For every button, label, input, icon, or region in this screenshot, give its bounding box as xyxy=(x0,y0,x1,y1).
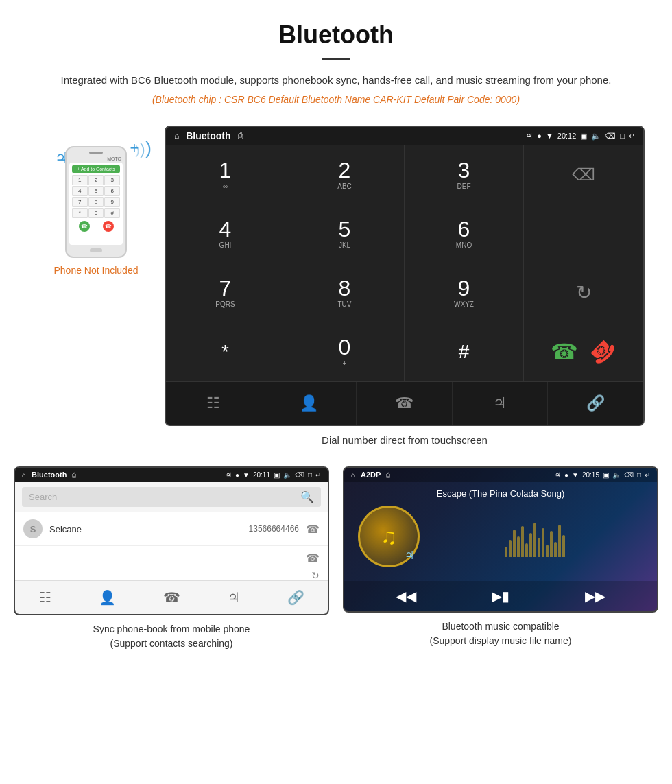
pb-search-icon[interactable]: 🔍 xyxy=(300,490,314,503)
music-x-icon: ⌫ xyxy=(624,471,634,479)
music-title: A2DP xyxy=(361,471,381,479)
pb-tool-link[interactable]: 🔗 xyxy=(287,589,304,606)
bt-signal-icon: ) ) ) + xyxy=(135,139,151,157)
home-icon: ⌂ xyxy=(174,131,179,141)
pb-phone-icon: ☎ xyxy=(306,551,320,565)
phonebook-caption-line2: (Support contacts searching) xyxy=(110,638,233,649)
pb-contact-name: Seicane xyxy=(49,524,249,534)
dial-grid: 1∞ 2ABC 3DEF ⌫ 4GHI 5JKL xyxy=(166,145,643,381)
usb-icon: ⎙ xyxy=(238,131,243,141)
music-wifi-icon: ▼ xyxy=(572,471,579,479)
music-screen: ⌂ A2DP ⎙ ♃ ● ▼ 20:15 ▣ 🔈 ⌫ □ ↵ Escape ( xyxy=(343,466,658,613)
dial-screen: ⌂ Bluetooth ⎙ ♃ ● ▼ 20:12 ▣ 🔈 ⌫ □ ↵ xyxy=(165,126,645,426)
play-pause-icon[interactable]: ▶▮ xyxy=(492,588,509,604)
reload-icon[interactable]: ↻ xyxy=(576,281,592,304)
phone-keypad: 1 2 3 4 5 6 7 8 9 * 0 # xyxy=(72,175,120,218)
pb-time: 20:11 xyxy=(253,471,270,479)
toolbar-contacts[interactable]: 👤 xyxy=(261,382,357,425)
pb-back-icon: ↵ xyxy=(315,471,321,479)
dial-key-3[interactable]: 3DEF xyxy=(405,145,524,204)
pb-wifi-icon: ▼ xyxy=(243,471,250,479)
pb-bt-icon: ♃ xyxy=(226,471,232,479)
bt-status-icon: ♃ xyxy=(526,132,533,141)
pb-contact-row[interactable]: S Seicane 13566664466 ☎ xyxy=(15,512,328,546)
dial-statusbar: ⌂ Bluetooth ⎙ ♃ ● ▼ 20:12 ▣ 🔈 ⌫ □ ↵ xyxy=(166,127,643,145)
music-caption-line2: (Support display music file name) xyxy=(430,635,572,646)
dial-empty-2 xyxy=(524,204,643,263)
window-icon: □ xyxy=(620,132,625,140)
phonebook-caption: Sync phone-book from mobile phone (Suppo… xyxy=(14,615,329,654)
pb-win-icon: □ xyxy=(308,471,312,479)
music-album-art: ♫ ♃ xyxy=(358,506,420,567)
pb-title: Bluetooth xyxy=(32,471,67,479)
music-block: ⌂ A2DP ⎙ ♃ ● ▼ 20:15 ▣ 🔈 ⌫ □ ↵ Escape ( xyxy=(343,466,658,654)
music-usb-icon: ⎙ xyxy=(386,471,390,479)
toolbar-link[interactable]: 🔗 xyxy=(548,382,643,425)
phone-mockup: MOTO + Add to Contacts 1 2 3 4 5 6 7 8 9… xyxy=(65,146,127,258)
title-divider xyxy=(322,58,350,60)
pb-cam-icon: ▣ xyxy=(274,471,280,479)
pb-tool-bt[interactable]: ♃ xyxy=(228,589,240,606)
dial-empty-3: ↻ xyxy=(524,263,643,322)
location-icon: ● xyxy=(537,132,542,140)
back-icon: ↵ xyxy=(629,132,635,141)
next-track-icon[interactable]: ▶▶ xyxy=(585,588,605,604)
prev-track-icon[interactable]: ◀◀ xyxy=(396,588,416,604)
toolbar-dialpad[interactable]: ☷ xyxy=(166,382,261,425)
pb-statusbar: ⌂ Bluetooth ⎙ ♃ ● ▼ 20:11 ▣ 🔈 ⌫ □ ↵ xyxy=(15,468,328,482)
music-equalizer xyxy=(427,523,643,557)
phone-home-button xyxy=(90,248,102,252)
dial-key-9[interactable]: 9WXYZ xyxy=(405,263,524,322)
pb-tool-contacts[interactable]: 👤 xyxy=(99,589,116,606)
toolbar-bluetooth[interactable]: ♃ xyxy=(453,382,548,425)
dial-key-star[interactable]: * xyxy=(166,322,285,381)
dial-key-5[interactable]: 5JKL xyxy=(285,204,405,263)
dial-key-2[interactable]: 2ABC xyxy=(285,145,405,204)
dial-key-hash[interactable]: # xyxy=(405,322,524,381)
phone-call-btn: ☎ xyxy=(79,221,90,232)
dial-key-4[interactable]: 4GHI xyxy=(166,204,285,263)
music-back-icon: ↵ xyxy=(645,471,650,479)
dial-key-6[interactable]: 6MNO xyxy=(405,204,524,263)
music-cam-icon: ▣ xyxy=(603,471,609,479)
dial-key-8[interactable]: 8TUV xyxy=(285,263,405,322)
pb-search-bar[interactable]: Search 🔍 xyxy=(22,487,321,507)
music-content: Escape (The Pina Colada Song) ♫ ♃ // gen… xyxy=(344,482,657,581)
pb-contact-number: 13566664466 xyxy=(249,524,299,534)
music-home-icon: ⌂ xyxy=(351,471,355,479)
pb-tool-dialpad[interactable]: ☷ xyxy=(39,589,51,606)
backspace-icon[interactable]: ⌫ xyxy=(572,165,595,185)
phone-area: ) ) ) + ♃ MOTO + Add to Contacts 1 2 xyxy=(27,126,165,276)
pb-empty-space: ☎ ↻ xyxy=(15,546,328,580)
music-time: 20:15 xyxy=(582,471,599,479)
pb-x-icon: ⌫ xyxy=(295,471,304,479)
toolbar-phone[interactable]: ☎ xyxy=(357,382,452,425)
pb-tool-phone[interactable]: ☎ xyxy=(163,589,180,606)
dial-key-0[interactable]: 0+ xyxy=(285,322,405,381)
header-section: Bluetooth Integrated with BC6 Bluetooth … xyxy=(0,0,672,119)
pb-call-contact-icon[interactable]: ☎ xyxy=(306,523,320,536)
pb-reload-icon: ↻ xyxy=(311,570,320,581)
pb-vol-icon: 🔈 xyxy=(283,471,291,479)
dial-toolbar: ☷ 👤 ☎ ♃ 🔗 xyxy=(166,381,643,425)
music-song-title: Escape (The Pina Colada Song) xyxy=(437,488,564,499)
call-green-icon[interactable]: ☎ xyxy=(551,339,578,365)
phone-screen: + Add to Contacts 1 2 3 4 5 6 7 8 9 * 0 … xyxy=(69,163,123,245)
pb-home-icon: ⌂ xyxy=(22,471,26,479)
phonebook-caption-line1: Sync phone-book from mobile phone xyxy=(93,623,250,634)
music-caption: Bluetooth music compatible (Support disp… xyxy=(343,613,658,652)
dial-call-buttons: ☎ ☎ xyxy=(524,322,643,381)
dial-key-1[interactable]: 1∞ xyxy=(166,145,285,204)
bottom-screenshots: ⌂ Bluetooth ⎙ ♃ ● ▼ 20:11 ▣ 🔈 ⌫ □ ↵ xyxy=(0,466,672,661)
music-caption-line1: Bluetooth music compatible xyxy=(442,621,559,632)
header-specs: (Bluetooth chip : CSR BC6 Default Blueto… xyxy=(41,94,631,105)
close-icon: ⌫ xyxy=(605,132,616,141)
dial-key-7[interactable]: 7PQRS xyxy=(166,263,285,322)
call-red-icon[interactable]: ☎ xyxy=(584,333,621,370)
music-vol-icon: 🔈 xyxy=(612,471,621,479)
phone-screen-header: + Add to Contacts xyxy=(72,165,120,173)
page-title: Bluetooth xyxy=(41,21,631,49)
volume-icon: 🔈 xyxy=(591,132,601,141)
header-description: Integrated with BC6 Bluetooth module, su… xyxy=(41,72,631,88)
phonebook-block: ⌂ Bluetooth ⎙ ♃ ● ▼ 20:11 ▣ 🔈 ⌫ □ ↵ xyxy=(14,466,329,654)
